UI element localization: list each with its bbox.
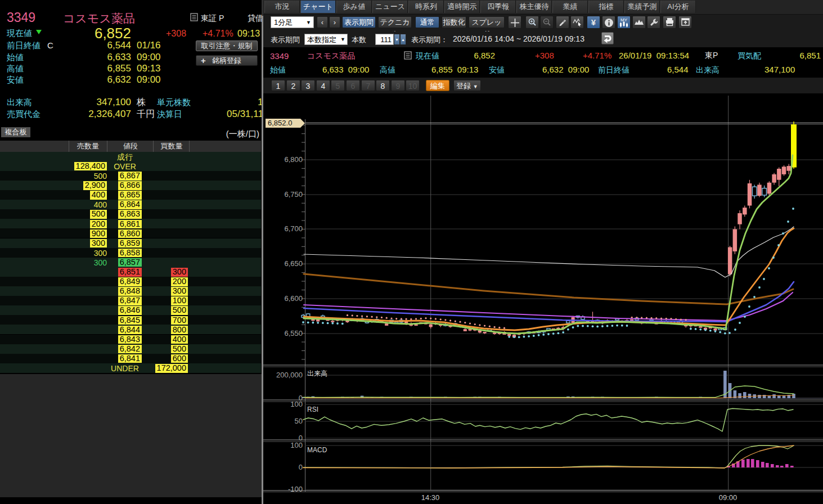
- svg-text:0: 0: [299, 463, 303, 471]
- svg-text:09:00: 09:00: [719, 493, 737, 502]
- svg-text:-100: -100: [288, 485, 303, 493]
- svg-text:6,852.0: 6,852.0: [268, 119, 292, 127]
- svg-text:50: 50: [295, 417, 303, 425]
- svg-text:14:30: 14:30: [421, 493, 440, 502]
- svg-text:6,800: 6,800: [284, 155, 303, 164]
- svg-text:RSI: RSI: [307, 406, 318, 413]
- svg-text:6,750: 6,750: [284, 190, 303, 199]
- svg-text:MACD: MACD: [307, 446, 327, 454]
- svg-text:6,600: 6,600: [284, 294, 303, 303]
- svg-text:6,550: 6,550: [284, 329, 303, 338]
- svg-text:6,650: 6,650: [284, 259, 303, 268]
- svg-text:出来高: 出来高: [307, 370, 327, 377]
- svg-text:200,000: 200,000: [276, 371, 303, 379]
- svg-text:100: 100: [290, 400, 303, 408]
- svg-text:6,700: 6,700: [284, 224, 303, 233]
- svg-text:100: 100: [290, 441, 303, 449]
